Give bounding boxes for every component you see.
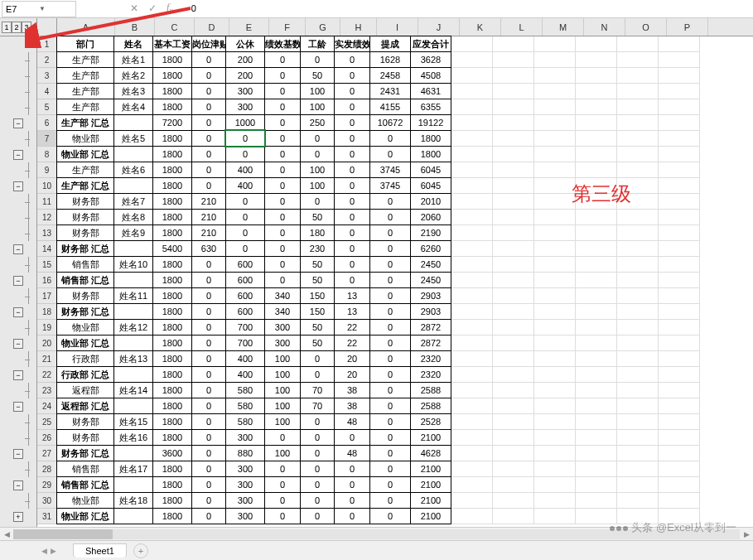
cell[interactable] [493, 273, 534, 288]
cell[interactable]: 0 [191, 256, 226, 273]
cell[interactable]: 230 [300, 240, 335, 257]
cell[interactable]: 岗位津贴 [191, 36, 226, 52]
row-header[interactable]: 13 [37, 225, 57, 241]
cell[interactable]: 0 [225, 209, 265, 225]
cell[interactable] [659, 241, 700, 257]
cell[interactable]: 生产部 [56, 51, 114, 68]
cell[interactable]: 100 [300, 177, 335, 194]
cell[interactable] [113, 398, 153, 414]
cell[interactable] [617, 225, 659, 241]
cell[interactable] [617, 493, 659, 509]
cell[interactable] [617, 210, 659, 225]
cell[interactable]: 0 [225, 193, 265, 210]
cell[interactable]: 0 [191, 114, 226, 131]
cell[interactable] [534, 241, 576, 257]
cell[interactable] [534, 430, 576, 446]
cell[interactable] [534, 446, 576, 461]
cell[interactable]: 0 [191, 398, 226, 414]
spreadsheet-grid[interactable]: ABCDEFGHIJKLMNOP 1部门姓名基本工资岗位津贴公休绩效基数工龄实发… [37, 18, 753, 540]
cell[interactable]: 0 [264, 51, 301, 68]
cell[interactable]: 0 [300, 445, 335, 461]
cell[interactable]: 19122 [410, 114, 451, 131]
cell[interactable]: 姓名 [113, 36, 153, 52]
cell[interactable] [534, 84, 576, 99]
cell[interactable]: 580 [225, 382, 265, 398]
cell[interactable] [617, 430, 659, 446]
formula-value[interactable]: 0 [191, 3, 196, 13]
cell[interactable]: 1800 [152, 51, 192, 68]
cell[interactable] [617, 398, 659, 414]
cell[interactable]: 物业部 [56, 130, 114, 147]
cell[interactable]: 销售部 [56, 461, 114, 477]
cell[interactable]: 姓名7 [113, 193, 153, 210]
row-header[interactable]: 4 [37, 84, 57, 99]
cell[interactable]: 1800 [152, 130, 192, 147]
cell[interactable]: 2100 [410, 461, 451, 477]
cell[interactable] [534, 52, 576, 68]
row-header[interactable]: 20 [37, 336, 57, 351]
cell[interactable]: 580 [225, 398, 265, 414]
row-header[interactable]: 15 [37, 257, 57, 273]
cell[interactable]: 50 [300, 256, 335, 273]
cell[interactable] [617, 304, 659, 320]
collapse-icon[interactable]: − [13, 402, 23, 412]
cell[interactable] [493, 241, 534, 257]
row-header[interactable]: 31 [37, 509, 57, 524]
row-header[interactable]: 14 [37, 241, 57, 257]
cell[interactable]: 0 [300, 130, 335, 147]
cell[interactable] [576, 477, 617, 493]
cell[interactable] [493, 147, 534, 162]
cell[interactable] [534, 99, 576, 115]
cell[interactable]: 0 [264, 114, 301, 131]
cell[interactable]: 生产部 汇总 [56, 177, 114, 194]
cell[interactable]: 0 [334, 130, 370, 147]
cell[interactable] [617, 273, 659, 288]
cell[interactable] [659, 36, 700, 52]
collapse-icon[interactable]: − [13, 370, 23, 380]
cell[interactable]: 2100 [410, 508, 451, 524]
expand-icon[interactable]: + [13, 512, 23, 522]
cell[interactable]: 1800 [152, 492, 192, 509]
cell[interactable]: 0 [264, 429, 301, 446]
cell[interactable] [659, 84, 700, 99]
cell[interactable]: 1800 [410, 130, 451, 147]
row-header[interactable]: 25 [37, 414, 57, 430]
cell[interactable]: 姓名14 [113, 382, 153, 398]
cell[interactable] [113, 240, 153, 257]
row-header[interactable]: 1 [37, 36, 57, 52]
cell[interactable]: 0 [264, 83, 301, 99]
cell[interactable]: 10672 [369, 114, 411, 131]
cell[interactable] [534, 178, 576, 194]
cell[interactable]: 250 [300, 114, 335, 131]
cell[interactable]: 210 [191, 193, 226, 210]
cell[interactable]: 返程部 [56, 382, 114, 398]
cell[interactable] [659, 367, 700, 383]
cell[interactable] [493, 52, 534, 68]
cell[interactable]: 0 [334, 256, 370, 273]
cell[interactable]: 4155 [369, 99, 411, 115]
cell[interactable]: 0 [191, 177, 226, 194]
row-header[interactable]: 22 [37, 367, 57, 383]
row-header[interactable]: 27 [37, 446, 57, 461]
cell[interactable] [534, 115, 576, 131]
cell[interactable]: 180 [300, 224, 335, 241]
cell[interactable]: 1800 [152, 429, 192, 446]
cell[interactable]: 姓名11 [113, 287, 153, 304]
cell[interactable]: 0 [369, 366, 411, 383]
select-all-corner[interactable] [37, 18, 57, 36]
cell[interactable]: 150 [300, 303, 335, 320]
cell[interactable] [451, 36, 493, 52]
cell[interactable] [576, 241, 617, 257]
cell[interactable]: 姓名18 [113, 492, 153, 509]
cell[interactable] [617, 257, 659, 273]
cell[interactable]: 0 [334, 67, 370, 84]
cell[interactable]: 0 [334, 461, 370, 477]
cell[interactable]: 6355 [410, 99, 451, 115]
cell[interactable]: 0 [264, 492, 301, 509]
cell[interactable] [451, 162, 493, 178]
cell[interactable] [493, 383, 534, 398]
collapse-icon[interactable]: − [13, 118, 23, 128]
cell[interactable] [534, 461, 576, 477]
row-header[interactable]: 29 [37, 477, 57, 493]
cell[interactable] [659, 178, 700, 194]
